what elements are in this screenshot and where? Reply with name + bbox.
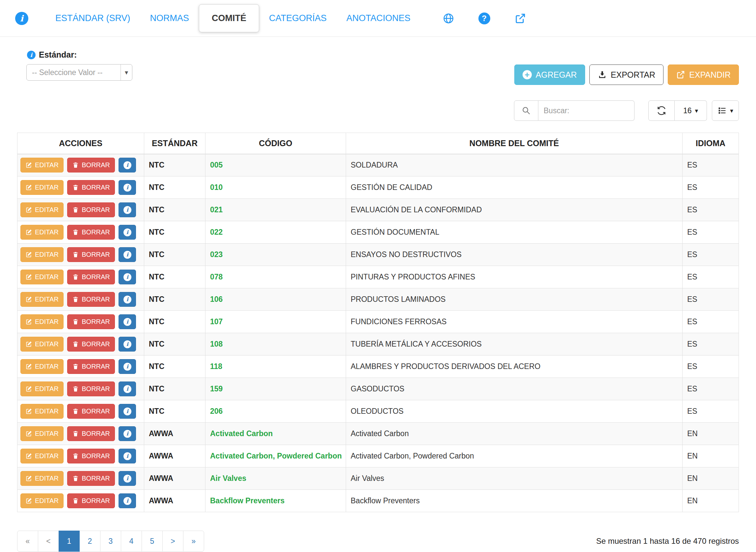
- row-info-button[interactable]: i: [119, 270, 136, 284]
- pagination-item[interactable]: >: [162, 531, 183, 552]
- row-info-button[interactable]: i: [119, 449, 136, 463]
- chevron-down-icon: ▾: [121, 64, 132, 80]
- search-button[interactable]: [514, 100, 538, 121]
- editar-button[interactable]: EDITAR: [20, 426, 64, 441]
- exportar-button[interactable]: EXPORTAR: [589, 64, 663, 85]
- editar-button[interactable]: EDITAR: [20, 404, 64, 419]
- borrar-button[interactable]: BORRAR: [67, 359, 115, 374]
- estandar-select[interactable]: -- Seleccione Valor -- ▾: [26, 64, 132, 81]
- borrar-button[interactable]: BORRAR: [67, 225, 115, 240]
- borrar-button[interactable]: BORRAR: [67, 180, 115, 195]
- idioma-cell: ES: [682, 333, 739, 356]
- row-info-button[interactable]: i: [119, 471, 136, 486]
- row-info-button[interactable]: i: [119, 247, 136, 262]
- borrar-button[interactable]: BORRAR: [67, 471, 115, 486]
- borrar-button[interactable]: BORRAR: [67, 449, 115, 463]
- idioma-cell: EN: [682, 423, 739, 445]
- editar-button[interactable]: EDITAR: [20, 314, 64, 329]
- page-size-dropdown[interactable]: 16 ▾: [675, 100, 707, 121]
- pagination-item[interactable]: »: [183, 531, 204, 552]
- borrar-button[interactable]: BORRAR: [67, 426, 115, 441]
- row-info-button[interactable]: i: [119, 202, 136, 217]
- editar-label: EDITAR: [35, 385, 58, 393]
- editar-button[interactable]: EDITAR: [20, 382, 64, 396]
- editar-button[interactable]: EDITAR: [20, 337, 64, 352]
- borrar-label: BORRAR: [82, 229, 110, 236]
- help-icon[interactable]: ?: [478, 12, 490, 24]
- codigo-cell: 107: [206, 311, 346, 333]
- pagination-item[interactable]: 1: [58, 531, 80, 552]
- info-icon: i: [123, 229, 131, 236]
- row-info-button[interactable]: i: [119, 292, 136, 307]
- pagination-item[interactable]: 4: [121, 531, 142, 552]
- table-row: EDITAR BORRAR i NTC 010 GESTIÓN DE CALID…: [17, 176, 739, 199]
- tab-anotaciones[interactable]: ANOTACIONES: [337, 5, 420, 31]
- row-info-button[interactable]: i: [119, 382, 136, 396]
- tab-comite[interactable]: COMITÉ: [199, 4, 259, 32]
- row-info-button[interactable]: i: [119, 225, 136, 240]
- editar-button[interactable]: EDITAR: [20, 494, 64, 508]
- row-info-button[interactable]: i: [119, 180, 136, 195]
- editar-button[interactable]: EDITAR: [20, 158, 64, 172]
- footer: «<12345>» Se muestran 1 hasta 16 de 470 …: [0, 512, 756, 552]
- tab-normas[interactable]: NORMAS: [140, 5, 199, 31]
- borrar-button[interactable]: BORRAR: [67, 404, 115, 419]
- columns-dropdown[interactable]: ▾: [712, 100, 739, 121]
- info-icon: i: [123, 296, 131, 303]
- pagination-item[interactable]: 3: [100, 531, 121, 552]
- table-row: EDITAR BORRAR i NTC 118 ALAMBRES Y PRODU…: [17, 356, 739, 378]
- table-row: EDITAR BORRAR i AWWA Activated Carbon Ac…: [17, 423, 739, 445]
- pagination-item[interactable]: 5: [142, 531, 163, 552]
- info-icon[interactable]: i: [15, 12, 28, 25]
- borrar-button[interactable]: BORRAR: [67, 382, 115, 396]
- nombre-cell: OLEODUCTOS: [346, 400, 682, 423]
- row-info-button[interactable]: i: [119, 494, 136, 508]
- row-info-button[interactable]: i: [119, 337, 136, 352]
- editar-button[interactable]: EDITAR: [20, 202, 64, 217]
- external-link-icon[interactable]: [514, 12, 526, 25]
- row-info-button[interactable]: i: [119, 404, 136, 419]
- row-info-button[interactable]: i: [119, 158, 136, 172]
- pagination-item[interactable]: «: [17, 531, 38, 552]
- info-icon: i: [123, 273, 131, 281]
- borrar-button[interactable]: BORRAR: [67, 202, 115, 217]
- editar-button[interactable]: EDITAR: [20, 247, 64, 262]
- row-info-button[interactable]: i: [119, 359, 136, 374]
- estandar-cell: NTC: [144, 176, 206, 199]
- pencil-icon: [25, 453, 32, 459]
- editar-label: EDITAR: [35, 452, 58, 460]
- nombre-cell: ENSAYOS NO DESTRUCTIVOS: [346, 244, 682, 266]
- tab-estandar-srv[interactable]: ESTÁNDAR (SRV): [45, 5, 140, 31]
- borrar-button[interactable]: BORRAR: [67, 247, 115, 262]
- info-icon: i: [123, 497, 131, 505]
- refresh-button[interactable]: [648, 100, 675, 121]
- estandar-cell: AWWA: [144, 423, 206, 445]
- editar-button[interactable]: EDITAR: [20, 180, 64, 195]
- borrar-button[interactable]: BORRAR: [67, 337, 115, 352]
- codigo-cell: 078: [206, 266, 346, 288]
- pagination-item[interactable]: 2: [79, 531, 100, 552]
- borrar-button[interactable]: BORRAR: [67, 314, 115, 329]
- trash-icon: [72, 341, 79, 348]
- borrar-button[interactable]: BORRAR: [67, 158, 115, 172]
- editar-button[interactable]: EDITAR: [20, 225, 64, 240]
- globe-icon[interactable]: [442, 12, 455, 25]
- pagination-item[interactable]: <: [38, 531, 59, 552]
- nombre-cell: GESTIÓN DOCUMENTAL: [346, 221, 682, 244]
- editar-button[interactable]: EDITAR: [20, 292, 64, 307]
- row-info-button[interactable]: i: [119, 426, 136, 441]
- editar-button[interactable]: EDITAR: [20, 449, 64, 463]
- row-info-button[interactable]: i: [119, 314, 136, 329]
- borrar-button[interactable]: BORRAR: [67, 292, 115, 307]
- expandir-button[interactable]: EXPANDIR: [668, 64, 739, 85]
- tab-categorias[interactable]: CATEGORÍAS: [259, 5, 337, 31]
- editar-button[interactable]: EDITAR: [20, 270, 64, 284]
- actions-cell: EDITAR BORRAR i: [17, 288, 144, 311]
- search-input[interactable]: [538, 100, 634, 121]
- refresh-icon: [656, 106, 666, 116]
- borrar-button[interactable]: BORRAR: [67, 494, 115, 508]
- editar-button[interactable]: EDITAR: [20, 471, 64, 486]
- borrar-button[interactable]: BORRAR: [67, 270, 115, 284]
- agregar-button[interactable]: + AGREGAR: [514, 64, 585, 85]
- editar-button[interactable]: EDITAR: [20, 359, 64, 374]
